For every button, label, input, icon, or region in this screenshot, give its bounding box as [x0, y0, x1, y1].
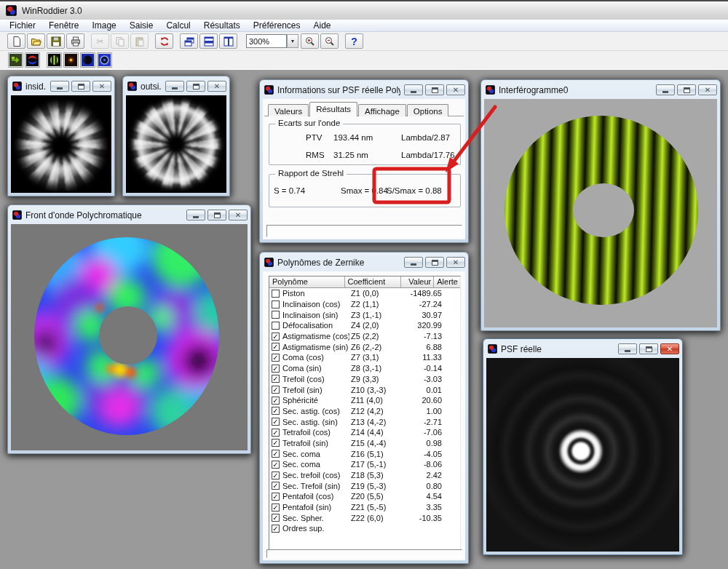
table-row[interactable]: Astigmatisme (sin) Z6 (2,-2) 6.88: [269, 341, 460, 352]
print-button[interactable]: [66, 33, 84, 49]
row-checkbox[interactable]: [272, 375, 280, 383]
cascade-windows-button[interactable]: [180, 33, 198, 49]
open-file-button[interactable]: [27, 33, 45, 49]
row-checkbox[interactable]: [272, 386, 280, 394]
save-button[interactable]: [47, 33, 65, 49]
table-row[interactable]: Coma (sin) Z8 (3,-1) -0.14: [269, 363, 460, 374]
table-row[interactable]: Ordres sup.: [269, 523, 460, 534]
table-row[interactable]: Astigmatisme (cos) Z5 (2,2) -7.13: [269, 331, 460, 342]
menu-item[interactable]: Aide: [307, 20, 338, 32]
maximize-button[interactable]: [639, 343, 658, 354]
table-row[interactable]: Sec. coma Z17 (5,-1) -8.06: [269, 459, 460, 470]
minimize-button[interactable]: [186, 210, 205, 220]
table-row[interactable]: Trefoil (cos) Z9 (3,3) -3.03: [269, 374, 460, 385]
tile-horizontal-button[interactable]: [199, 33, 218, 49]
row-checkbox[interactable]: [272, 418, 280, 426]
row-checkbox[interactable]: [272, 482, 280, 490]
menu-item[interactable]: Calcul: [159, 20, 197, 32]
titlebar[interactable]: PSF réelle ✕: [483, 339, 682, 357]
main-titlebar[interactable]: WinRoddier 3.0: [0, 0, 728, 20]
titlebar[interactable]: Informations sur PSF réelle Polychro... …: [260, 80, 468, 98]
maximize-button[interactable]: [425, 84, 444, 95]
titlebar[interactable]: Interférogramme0 ✕: [481, 80, 720, 98]
tab-valeurs[interactable]: Valeurs: [268, 104, 309, 116]
table-row[interactable]: Piston Z1 (0,0) -1489.65: [269, 288, 460, 299]
zoom-combobox[interactable]: 300% ▼: [246, 34, 298, 48]
maximize-button[interactable]: [207, 210, 226, 220]
row-checkbox[interactable]: [272, 301, 280, 309]
table-row[interactable]: Tetrafoil (sin) Z15 (4,-4) 0.98: [269, 438, 460, 449]
row-checkbox[interactable]: [272, 311, 280, 319]
titlebar[interactable]: insid... ✕: [8, 76, 114, 94]
window-inside-image[interactable]: insid... ✕: [7, 76, 115, 196]
star-image-tool-button[interactable]: [63, 52, 79, 68]
window-psf-info[interactable]: Informations sur PSF réelle Polychro... …: [259, 79, 469, 243]
maximize-button[interactable]: [71, 81, 90, 92]
table-row[interactable]: Tetrafoil (cos) Z14 (4,4) -7.06: [269, 427, 460, 438]
menu-item[interactable]: Fenêtre: [42, 20, 85, 32]
minimize-button[interactable]: [656, 84, 675, 95]
menu-item[interactable]: Préférences: [247, 20, 307, 32]
tab-resultats[interactable]: Résultats: [309, 102, 357, 116]
row-checkbox[interactable]: [272, 461, 280, 469]
table-row[interactable]: Inclinaison (sin) Z3 (1,-1) 30.97: [269, 309, 460, 320]
table-row[interactable]: Inclinaison (cos) Z2 (1,1) -27.24: [269, 299, 460, 310]
tab-affichage[interactable]: Affichage: [358, 104, 406, 116]
close-button[interactable]: ✕: [207, 81, 226, 92]
close-button[interactable]: ✕: [446, 257, 465, 268]
psf-tool-button[interactable]: [97, 52, 112, 68]
table-row[interactable]: Sec. Spher. Z22 (6,0) -10.35: [269, 512, 460, 523]
row-checkbox[interactable]: [272, 397, 280, 405]
titlebar[interactable]: Front d'onde Polychromatique ✕: [8, 205, 250, 223]
menu-item[interactable]: Fichier: [3, 20, 42, 32]
row-checkbox[interactable]: [272, 354, 280, 362]
column-header-polynome[interactable]: Polynôme: [269, 276, 345, 288]
row-checkbox[interactable]: [272, 365, 280, 373]
close-button[interactable]: ✕: [229, 210, 248, 220]
maximize-button[interactable]: [425, 257, 444, 268]
zoom-dropdown-arrow[interactable]: ▼: [287, 34, 298, 48]
close-button[interactable]: ✕: [698, 84, 717, 95]
table-row[interactable]: Sphéricité Z11 (4,0) 20.60: [269, 395, 460, 406]
row-checkbox[interactable]: [272, 525, 280, 533]
table-row[interactable]: Sec. Trefoil (sin) Z19 (5,-3) 0.80: [269, 480, 460, 491]
pupil-tool-button[interactable]: [80, 52, 95, 68]
cut-button[interactable]: ✂: [91, 33, 109, 49]
window-wavefront[interactable]: Front d'onde Polychromatique ✕: [7, 204, 251, 454]
row-checkbox[interactable]: [272, 471, 280, 480]
row-checkbox[interactable]: [272, 290, 280, 298]
zoom-value[interactable]: 300%: [246, 34, 287, 48]
close-button[interactable]: ✕: [92, 81, 111, 92]
tab-options[interactable]: Options: [407, 104, 449, 116]
table-row[interactable]: Sec. trefoil (cos) Z18 (5,3) 2.42: [269, 470, 460, 481]
row-checkbox[interactable]: [272, 493, 280, 501]
menu-item[interactable]: Image: [85, 20, 122, 32]
table-row[interactable]: Sec. astig. (sin) Z13 (4,-2) -2.71: [269, 416, 460, 427]
column-header-valeur[interactable]: Valeur: [401, 276, 434, 288]
table-row[interactable]: Trefoil (sin) Z10 (3,-3) 0.01: [269, 384, 460, 395]
row-checkbox[interactable]: [272, 450, 280, 458]
minimize-button[interactable]: [404, 84, 423, 95]
row-checkbox[interactable]: [272, 322, 280, 330]
zernike-table[interactable]: Polynôme Coefficient Valeur Alerte Pisto…: [269, 276, 461, 553]
table-row[interactable]: Pentafoil (sin) Z21 (5,-5) 3.35: [269, 502, 460, 513]
menu-item[interactable]: Saisie: [123, 20, 160, 32]
paste-button[interactable]: [130, 33, 149, 49]
row-checkbox[interactable]: [272, 514, 280, 522]
row-checkbox[interactable]: [272, 343, 280, 351]
new-file-button[interactable]: [7, 33, 25, 49]
table-row[interactable]: Sec. coma Z16 (5,1) -4.05: [269, 448, 460, 459]
minimize-button[interactable]: [404, 257, 423, 268]
maximize-button[interactable]: [677, 84, 696, 95]
interferogram-tool-button[interactable]: [47, 52, 62, 68]
minimize-button[interactable]: [618, 343, 637, 354]
window-zernike[interactable]: Polynômes de Zernike ✕ Polynôme Coeffici…: [259, 252, 469, 564]
refresh-button[interactable]: [155, 33, 173, 49]
row-checkbox[interactable]: [272, 429, 280, 437]
image-convert-button[interactable]: [8, 52, 23, 68]
titlebar[interactable]: outsi... ✕: [123, 76, 229, 94]
close-button[interactable]: ✕: [446, 84, 465, 95]
close-button[interactable]: ✕: [660, 343, 679, 354]
maximize-button[interactable]: [186, 81, 205, 92]
titlebar[interactable]: Polynômes de Zernike ✕: [260, 252, 468, 270]
